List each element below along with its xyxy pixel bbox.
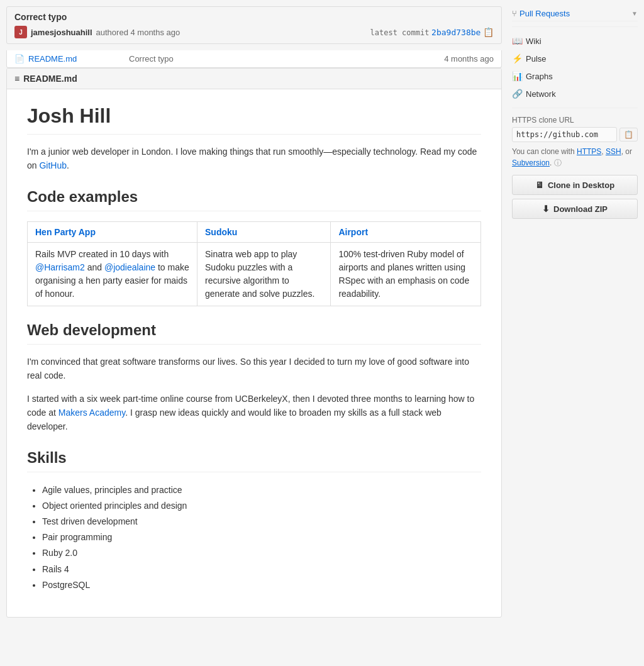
web-dev-p2: I started with a six week part-time onli…	[27, 392, 481, 434]
harrisam-link[interactable]: @Harrisam2	[35, 262, 85, 272]
avatar: J	[14, 26, 27, 38]
copy-icon[interactable]: 📋	[483, 27, 494, 37]
web-dev-heading: Web development	[27, 321, 481, 345]
subversion-link[interactable]: Subversion	[512, 158, 550, 167]
readme-h1: Josh Hill	[27, 104, 481, 135]
sidebar-item-wiki[interactable]: 📖 Wiki	[512, 32, 638, 50]
table-header-hen[interactable]: Hen Party App	[28, 221, 197, 242]
https-section: HTTPS clone URL 📋 You can clone with HTT…	[512, 116, 638, 219]
airport-link: Airport	[338, 227, 368, 237]
sidebar-divider-2	[512, 108, 638, 108]
download-zip-button[interactable]: ⬇ Download ZIP	[512, 199, 638, 219]
download-zip-icon: ⬇	[542, 204, 550, 214]
sidebar-item-label: Network	[526, 89, 556, 99]
https-link[interactable]: HTTPS	[577, 147, 601, 156]
table-cell-airport: 100% test-driven Ruby model of airports …	[331, 242, 481, 306]
file-icon: 📄	[14, 54, 25, 64]
list-item: Pair programming	[42, 530, 481, 545]
table-header-airport[interactable]: Airport	[331, 221, 481, 242]
commit-meta-row: J jamesjoshuahill authored 4 months ago …	[14, 26, 494, 38]
makers-link[interactable]: Makers Academy	[58, 408, 125, 418]
sidebar-item-label: Wiki	[526, 36, 541, 46]
latest-commit-label: latest commit	[370, 28, 430, 37]
sidebar-item-pulse[interactable]: ⚡ Pulse	[512, 50, 638, 67]
file-time: 4 months ago	[444, 54, 494, 64]
table-header-sudoku[interactable]: Sudoku	[197, 221, 331, 242]
authored-text: authored 4 months ago	[96, 28, 180, 37]
list-item: PostgreSQL	[42, 577, 481, 593]
https-label: HTTPS clone URL	[512, 116, 638, 125]
list-item: Rails 4	[42, 562, 481, 577]
clone-desktop-icon: 🖥	[535, 180, 544, 190]
graphs-icon: 📊	[512, 71, 522, 81]
skills-heading: Skills	[27, 449, 481, 472]
download-zip-label: Download ZIP	[553, 204, 608, 214]
info-icon: ⓘ	[554, 158, 562, 167]
table-cell-sudoku: Sinatra web app to play Sudoku puzzles w…	[197, 242, 331, 306]
table-cell-hen: Rails MVP created in 10 days with @Harri…	[28, 242, 197, 306]
sidebar-divider	[512, 26, 638, 27]
commit-bar: Correct typo J jamesjoshuahill authored …	[6, 6, 502, 44]
author-link[interactable]: jamesjoshuahill	[31, 28, 92, 37]
jodie-link[interactable]: @jodiealaine	[104, 262, 155, 272]
list-item: Test driven development	[42, 514, 481, 530]
sidebar: ⑂ Pull Requests ▼ 📖 Wiki ⚡ Pulse 📊 Graph…	[512, 6, 638, 624]
commit-title: Correct typo	[14, 12, 494, 22]
readme-section: ≡ README.md Josh Hill I'm a junior web d…	[6, 68, 502, 618]
commit-hash-link[interactable]: 2ba9d738be	[431, 28, 480, 37]
sidebar-item-label: Pulse	[526, 54, 547, 64]
readme-header: ≡ README.md	[7, 69, 501, 89]
file-link[interactable]: README.md	[28, 54, 129, 64]
clone-desktop-label: Clone in Desktop	[548, 180, 614, 190]
pulse-icon: ⚡	[512, 53, 522, 64]
hen-party-link: Hen Party App	[35, 227, 96, 237]
clone-desktop-button[interactable]: 🖥 Clone in Desktop	[512, 175, 638, 195]
pull-requests-label: Pull Requests	[519, 9, 570, 18]
file-row: 📄 README.md Correct typo 4 months ago	[6, 50, 502, 68]
clone-copy-button[interactable]: 📋	[619, 128, 638, 142]
sidebar-item-label: Graphs	[526, 72, 553, 81]
sidebar-item-network[interactable]: 🔗 Network	[512, 85, 638, 103]
list-item: Agile values, principles and practice	[42, 482, 481, 498]
ssh-link[interactable]: SSH	[606, 147, 621, 156]
pull-requests-item: ⑂ Pull Requests ▼	[512, 6, 638, 21]
readme-header-title: README.md	[23, 74, 77, 84]
commit-meta-left: J jamesjoshuahill authored 4 months ago	[14, 26, 180, 38]
clone-info: You can clone with HTTPS, SSH, or Subver…	[512, 146, 638, 169]
clone-buttons: 🖥 Clone in Desktop ⬇ Download ZIP	[512, 175, 638, 219]
readme-header-icon: ≡	[14, 74, 19, 84]
file-commit-message: Correct typo	[129, 54, 444, 64]
clone-url-row: 📋	[512, 127, 638, 142]
github-link[interactable]: GitHub	[39, 160, 67, 170]
skills-list: Agile values, principles and practice Ob…	[42, 482, 481, 593]
wiki-icon: 📖	[512, 36, 522, 46]
pull-requests-link[interactable]: ⑂ Pull Requests	[512, 9, 570, 18]
list-item: Ruby 2.0	[42, 545, 481, 561]
readme-body: Josh Hill I'm a junior web developer in …	[7, 89, 501, 617]
list-item: Object oriented principles and design	[42, 498, 481, 514]
clone-url-input[interactable]	[512, 127, 617, 142]
table-row: Rails MVP created in 10 days with @Harri…	[28, 242, 481, 306]
code-examples-heading: Code examples	[27, 188, 481, 211]
network-icon: 🔗	[512, 89, 522, 99]
readme-intro: I'm a junior web developer in London. I …	[27, 145, 481, 173]
commit-meta-right: latest commit 2ba9d738be 📋	[370, 27, 494, 37]
pull-icon: ⑂	[512, 9, 517, 18]
chevron-down-icon: ▼	[631, 10, 638, 17]
code-examples-table: Hen Party App Sudoku Airport	[27, 221, 481, 306]
sudoku-link: Sudoku	[205, 227, 237, 237]
web-dev-p1: I'm convinced that great software transf…	[27, 355, 481, 383]
sidebar-item-graphs[interactable]: 📊 Graphs	[512, 67, 638, 85]
